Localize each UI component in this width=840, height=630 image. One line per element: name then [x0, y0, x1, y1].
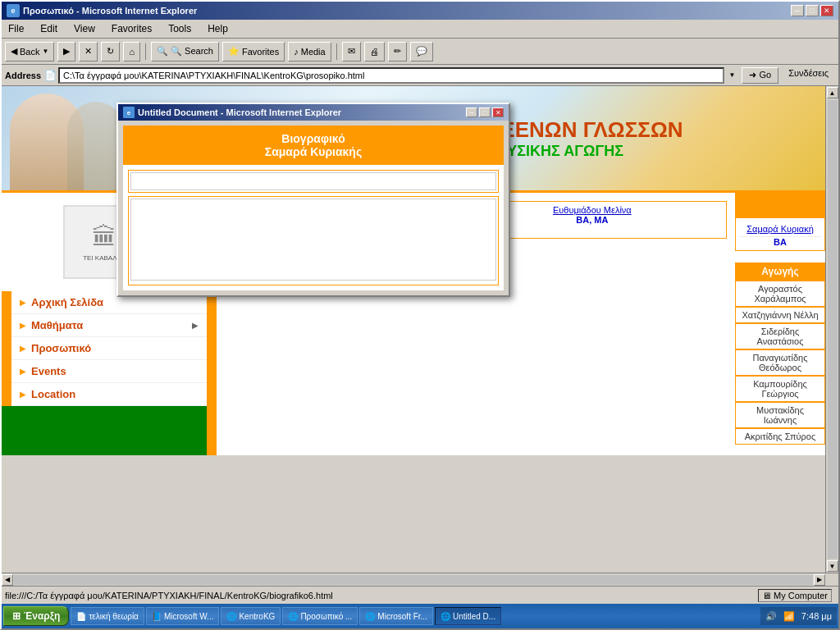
popup-textarea[interactable] — [130, 199, 496, 281]
title-bar: e Προσωπικό - Microsoft Internet Explore… — [2, 2, 838, 20]
address-dropdown-icon[interactable]: ▼ — [726, 71, 739, 79]
search-button[interactable]: 🔍 🔍 Search — [151, 42, 219, 62]
popup-titlebar: e Untitled Document - Microsoft Internet… — [118, 104, 509, 121]
media-button[interactable]: ♪ Media — [288, 42, 331, 62]
popup-orange-header: Βιογραφικό Σαμαρά Κυριακής — [123, 126, 504, 165]
page-icon: 📄 — [44, 70, 57, 81]
status-right: 🖥 My Computer — [758, 589, 835, 602]
taskbar-item-6[interactable]: 🌐 Untitled D... — [435, 607, 501, 625]
refresh-button[interactable]: ↻ — [101, 42, 120, 62]
back-dropdown-icon: ▼ — [42, 48, 48, 55]
favorites-icon: ⭐ — [228, 46, 240, 57]
print-button[interactable]: 🖨 — [364, 42, 385, 62]
status-text: file:///C:/Τα έγγραφά μου/KATERINA/PTYXI… — [5, 591, 758, 600]
popup-minimize-btn[interactable]: ─ — [466, 107, 477, 117]
go-button[interactable]: ➜ Go — [742, 67, 778, 84]
menu-tools[interactable]: Tools — [165, 21, 194, 36]
edit-button[interactable]: ✏ — [388, 42, 407, 62]
search-icon: 🔍 — [157, 46, 168, 57]
taskbar-icon-4: 🌐 — [288, 612, 298, 621]
forward-button[interactable]: ▶ — [57, 42, 75, 62]
back-icon: ◀ — [11, 46, 17, 57]
toolbar-sep2 — [336, 43, 337, 60]
minimize-button[interactable]: ─ — [791, 5, 804, 16]
title-bar-left: e Προσωπικό - Microsoft Internet Explore… — [7, 4, 197, 17]
back-button[interactable]: ◀ Back ▼ — [5, 42, 54, 62]
scrollbar-bottom: ◀ ▶ — [2, 573, 838, 586]
computer-icon: 🖥 — [762, 591, 771, 600]
media-icon: ♪ — [294, 47, 299, 57]
menu-help[interactable]: Help — [204, 21, 231, 36]
scroll-left-button[interactable]: ◀ — [2, 574, 13, 586]
windows-icon: ⊞ — [12, 610, 21, 622]
toolbar: ◀ Back ▼ ▶ ✕ ↻ ⌂ 🔍 🔍 Search ⭐ Favorites … — [2, 39, 838, 65]
restore-button[interactable]: □ — [806, 5, 819, 16]
taskbar-icon-1: 📄 — [76, 612, 86, 621]
taskbar-item-5[interactable]: 🌐 Microsoft Fr... — [359, 607, 433, 625]
start-button[interactable]: ⊞ Έναρξη — [3, 606, 69, 626]
stop-button[interactable]: ✕ — [79, 42, 98, 62]
scroll-right-button[interactable]: ▶ — [814, 574, 825, 586]
status-computer: 🖥 My Computer — [758, 589, 832, 602]
taskbar-tray: 🔊 📶 7:48 μμ — [760, 607, 837, 625]
links-button[interactable]: Συνδέσεις — [782, 67, 835, 84]
popup-title-text: Untitled Document - Microsoft Internet E… — [138, 107, 341, 117]
ie-icon: e — [7, 4, 20, 17]
popup-ie-icon: e — [123, 107, 135, 118]
popup-header-line1: Βιογραφικό — [130, 132, 497, 145]
address-bar: Address 📄 ▼ ➜ Go Συνδέσεις — [2, 65, 838, 86]
discuss-button[interactable]: 💬 — [410, 42, 433, 62]
popup-title-buttons: ─ □ ✕ — [466, 107, 504, 117]
popup-overlay: e Untitled Document - Microsoft Internet… — [2, 86, 838, 573]
taskbar-item-4[interactable]: 🌐 Προσωπικό ... — [282, 607, 358, 625]
menu-favorites[interactable]: Favorites — [108, 21, 155, 36]
address-input[interactable] — [58, 67, 724, 84]
go-arrow-icon: ➜ — [749, 70, 756, 80]
mail-button[interactable]: ✉ — [342, 42, 361, 62]
ie-window: e Προσωπικό - Microsoft Internet Explore… — [0, 0, 840, 630]
favorites-button[interactable]: ⭐ Favorites — [222, 42, 285, 62]
taskbar-icon-2: 📘 — [152, 612, 162, 621]
menu-bar: File Edit View Favorites Tools Help — [2, 20, 838, 39]
tray-icon-2: 📶 — [783, 611, 795, 622]
status-computer-label: My Computer — [774, 591, 828, 600]
popup-title-left: e Untitled Document - Microsoft Internet… — [123, 107, 341, 118]
menu-file[interactable]: File — [5, 21, 27, 36]
popup-window: e Untitled Document - Microsoft Internet… — [116, 103, 510, 297]
popup-restore-btn[interactable]: □ — [479, 107, 491, 117]
taskbar-icon-5: 🌐 — [365, 612, 375, 621]
title-bar-buttons: ─ □ ✕ — [791, 5, 833, 16]
popup-close-btn[interactable]: ✕ — [492, 107, 504, 117]
tray-icon-1: 🔊 — [765, 611, 777, 622]
popup-form-area — [123, 165, 504, 290]
taskbar-item-2[interactable]: 📘 Microsoft W... — [146, 607, 220, 625]
taskbar-icon-6: 🌐 — [441, 612, 450, 621]
hscroll-track[interactable] — [14, 575, 813, 585]
address-label: Address — [5, 71, 41, 80]
window-title: Προσωπικό - Microsoft Internet Explorer — [23, 6, 197, 16]
taskbar-item-3[interactable]: 🌐 KentroKG — [221, 607, 281, 625]
ie-viewport: ▲ ▼ — [2, 86, 838, 573]
tray-time: 7:48 μμ — [801, 611, 832, 621]
menu-edit[interactable]: Edit — [37, 21, 61, 36]
taskbar-icon-3: 🌐 — [226, 612, 236, 621]
menu-view[interactable]: View — [71, 21, 98, 36]
home-button[interactable]: ⌂ — [123, 42, 140, 62]
popup-input-row — [128, 170, 499, 193]
taskbar-item-1[interactable]: 📄 τελική θεωρία — [71, 607, 144, 625]
toolbar-sep1 — [145, 43, 146, 60]
status-bar: file:///C:/Τα έγγραφά μου/KATERINA/PTYXI… — [2, 586, 838, 604]
taskbar: ⊞ Έναρξη 📄 τελική θεωρία 📘 Microsoft W..… — [2, 604, 838, 628]
close-button[interactable]: ✕ — [820, 5, 833, 16]
popup-header-line2: Σαμαρά Κυριακής — [130, 145, 497, 158]
ie-main: ▲ ▼ — [2, 86, 838, 586]
popup-body: Βιογραφικό Σαμαρά Κυριακής — [123, 126, 504, 290]
popup-textarea-row — [128, 196, 499, 285]
popup-input-field[interactable] — [130, 172, 496, 190]
